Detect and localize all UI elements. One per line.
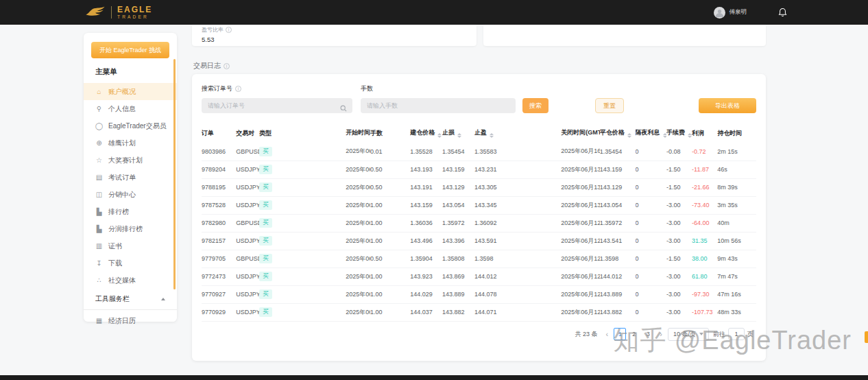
sidebar-item[interactable]: ◯ EagleTrader交易员 (84, 117, 177, 134)
reset-button[interactable]: 重置 (595, 98, 624, 113)
table-row[interactable]: 9787528 USDJPY 买 2025年06月13日 03:25:03 1.… (202, 196, 756, 214)
sidebar-item[interactable]: ⌂ 账户概况 (84, 83, 177, 100)
cell-close-price: 1.3598 (600, 250, 636, 268)
order-number-input[interactable] (202, 98, 352, 113)
building-icon: ◫ (95, 191, 103, 198)
column-header[interactable]: 利润 (692, 124, 717, 143)
page-button[interactable]: 2 (628, 328, 640, 340)
cell-duration: 2m 15s (717, 143, 756, 161)
cell-profit: -73.40 (692, 196, 717, 214)
column-header[interactable]: 开始时间(GMT+2) (346, 124, 370, 143)
sidebar-item[interactable]: ◫ 分销中心 (84, 186, 177, 203)
column-header[interactable]: 建仓价格 (410, 124, 442, 143)
sidebar-scrollbar[interactable] (173, 59, 176, 289)
cell-stop-loss: 143.396 (442, 232, 474, 250)
sidebar-item[interactable]: ↧ 下载 (84, 254, 177, 272)
column-header[interactable]: 手续费 (666, 124, 692, 143)
cell-open-time: 2025年06月16日 03:05:50 (346, 143, 370, 161)
sidebar-item-label: 账户概况 (108, 87, 136, 97)
prev-page-button[interactable]: ‹ (605, 331, 610, 338)
sidebar-item-label: 雄鹰计划 (108, 139, 136, 148)
start-challenge-button[interactable]: 开始 EagleTrader 挑战 (91, 42, 169, 58)
sidebar-item[interactable]: ▥ 证书 (84, 237, 177, 254)
sidebar-item[interactable]: ∴ 社交媒体 (84, 272, 177, 289)
page-jumper: 前往 页 (713, 328, 754, 340)
export-table-button[interactable]: 导出表格 (699, 98, 756, 113)
cell-close-price: 143.882 (600, 303, 636, 321)
table-row[interactable]: 9782157 USDJPY 买 2025年06月12日 15:55:04 1.… (202, 232, 756, 250)
column-header[interactable]: 订单 (202, 124, 236, 143)
lots-input[interactable] (361, 98, 516, 113)
cell-take-profit: 144.012 (474, 268, 561, 285)
sidebar-item[interactable]: ▙ 分润排行榜 (84, 220, 177, 237)
column-header[interactable]: 持仓时间 (717, 124, 756, 143)
sort-icon[interactable] (627, 133, 631, 138)
cell-stop-loss: 143.159 (442, 161, 474, 178)
table-row[interactable]: 9770929 USDJPY 买 2025年06月12日 06:35:31 1.… (202, 303, 756, 321)
brand-name-bottom: TRADER (117, 15, 152, 20)
cell-fee: -1.50 (666, 178, 692, 196)
column-header[interactable]: 隔夜利息 (636, 124, 666, 143)
column-header[interactable]: 止损 (442, 124, 474, 143)
cell-order: 9782980 (202, 214, 236, 232)
user-menu[interactable]: 傅泉明 (714, 7, 747, 19)
chevron-down-icon (699, 333, 703, 335)
sidebar-item[interactable]: ⚲ 个人信息 (84, 100, 177, 117)
sidebar-section-tools[interactable]: 工具服务栏 (84, 289, 177, 309)
cell-lots: 0.50 (370, 161, 410, 178)
page-button[interactable]: 1 (614, 328, 626, 340)
column-header[interactable]: 关闭时间(GMT+2) (561, 124, 600, 143)
next-page-button[interactable]: › (658, 331, 664, 338)
buy-badge: 买 (259, 165, 272, 174)
cell-open-time: 2025年06月12日 16:17:35 (346, 214, 370, 232)
info-icon[interactable] (224, 63, 230, 69)
buy-badge: 买 (259, 200, 272, 210)
cell-lots: 1.00 (370, 268, 410, 285)
cell-duration: 10m 56s (717, 232, 756, 250)
cell-type: 买 (259, 196, 346, 214)
sidebar-item[interactable]: ⊕ 雄鹰计划 (84, 134, 177, 152)
cell-duration: 46s (717, 161, 756, 178)
cell-close-time: 2025年06月12日 07:24:03 (561, 285, 600, 303)
table-row[interactable]: 9770927 USDJPY 买 2025年06月12日 06:36:47 1.… (202, 285, 756, 303)
page-size-select[interactable]: 10 条/页 (668, 328, 709, 341)
column-header[interactable]: 交易对 (236, 124, 259, 143)
column-header[interactable]: 止盈 (474, 124, 561, 143)
cell-lots: 1.00 (370, 303, 410, 321)
column-header[interactable]: 类型 (259, 124, 346, 143)
tools-section-label: 工具服务栏 (95, 294, 130, 304)
sort-icon[interactable] (457, 133, 461, 138)
cell-open-price: 143.496 (410, 232, 442, 250)
info-icon[interactable] (235, 86, 241, 92)
buy-badge: 买 (259, 307, 272, 317)
jump-page-input[interactable] (728, 328, 745, 340)
sidebar-item[interactable]: ▙ 排行榜 (84, 203, 177, 220)
table-row[interactable]: 9782980 GBPUSD 买 2025年06月12日 16:17:35 1.… (202, 214, 756, 232)
page-button[interactable]: 3 (642, 328, 654, 340)
cell-type: 买 (259, 214, 346, 232)
bell-icon[interactable] (778, 8, 787, 17)
cell-stop-loss: 1.35972 (442, 214, 474, 232)
sidebar-item[interactable]: ☆ 大奖赛计划 (84, 152, 177, 169)
cell-swap: 0 (636, 250, 666, 268)
info-icon[interactable] (226, 27, 232, 33)
table-row[interactable]: 9788195 USDJPY 买 2025年06月13日 03:55:44 0.… (202, 178, 756, 196)
cell-type: 买 (259, 143, 346, 161)
cell-order: 9789204 (202, 161, 236, 178)
sort-icon[interactable] (490, 133, 494, 138)
table-row[interactable]: 9772473 USDJPY 买 2025年06月12日 09:15:38 1.… (202, 268, 756, 285)
avatar[interactable] (714, 7, 725, 19)
sidebar-item[interactable]: ▤ 考试订单 (84, 169, 177, 186)
cell-order: 9788195 (202, 178, 236, 196)
sort-icon[interactable] (437, 133, 442, 138)
column-header[interactable]: 平仓价格 (600, 124, 636, 143)
side-float-tab[interactable] (865, 331, 868, 343)
table-row[interactable]: 9779705 GBPUSD 买 2025年06月12日 14:20:20 0.… (202, 250, 756, 268)
table-row[interactable]: 9789204 USDJPY 买 2025年06月13日 05:04:00 0.… (202, 161, 756, 178)
certificate-icon: ▥ (95, 242, 103, 250)
column-header[interactable]: 手数 (370, 124, 410, 143)
search-button[interactable]: 搜索 (522, 98, 548, 113)
sort-icon[interactable] (688, 133, 692, 138)
table-row[interactable]: 9803986 GBPUSD 买 2025年06月16日 03:05:50 0.… (202, 143, 756, 161)
sidebar-item[interactable]: ▦ 经济日历 (84, 312, 177, 329)
